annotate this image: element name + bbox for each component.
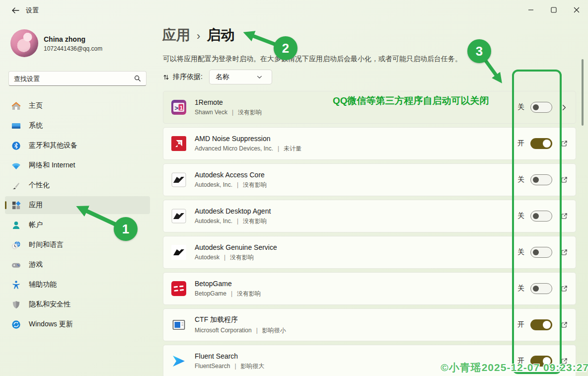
- sidebar-item-label: 游戏: [29, 260, 43, 269]
- startup-toggle[interactable]: [530, 102, 552, 113]
- app-name: CTF 加载程序: [195, 315, 517, 324]
- privacy-icon: [11, 300, 21, 309]
- search-box: [8, 71, 147, 86]
- external-link-icon[interactable]: [560, 140, 568, 147]
- breadcrumb: 应用 › 启动: [162, 26, 234, 45]
- sidebar-item-label: 帐户: [29, 221, 43, 229]
- sidebar-item-label: 应用: [29, 201, 43, 210]
- app-autodesk-icon: [171, 172, 186, 187]
- external-link-icon[interactable]: [560, 176, 568, 183]
- sidebar-item-bluetooth-devices[interactable]: 蓝牙和其他设备: [5, 137, 150, 154]
- bluetooth-icon: [11, 141, 21, 150]
- external-link-icon[interactable]: [560, 285, 568, 292]
- toggle-knob: [533, 213, 539, 219]
- sort-arrows-icon: [163, 74, 169, 80]
- external-link-icon[interactable]: [560, 321, 568, 328]
- breadcrumb-parent[interactable]: 应用: [162, 26, 190, 45]
- sidebar-item-personalization[interactable]: 个性化: [5, 176, 150, 194]
- app-autodesk-plain-icon: [171, 245, 186, 260]
- network-icon: [11, 160, 21, 170]
- close-button[interactable]: [565, 0, 588, 20]
- separator: |: [237, 181, 238, 188]
- startup-app-row-autodesk-access-core[interactable]: Autodesk Access Core Autodesk, Inc. | 没有…: [163, 163, 576, 196]
- app-name: Autodesk Desktop Agent: [195, 207, 517, 215]
- annotation-note: QQ微信等第三方程序自启动可以关闭: [333, 94, 489, 107]
- minimize-button[interactable]: [519, 0, 542, 20]
- app-name: Fluent Search: [195, 352, 517, 360]
- personalization-icon: [11, 180, 21, 190]
- page-description: 可以将应用配置为登录时启动。在大多数情况下应用启动后会最小化，或者可能只启动后台…: [163, 55, 462, 64]
- back-arrow-icon: [11, 6, 19, 14]
- app-name: Autodesk Genuine Service: [195, 243, 517, 251]
- profile-name: China zhong: [44, 35, 85, 43]
- maximize-button[interactable]: [542, 0, 565, 20]
- separator: |: [278, 145, 279, 152]
- app-publisher: Autodesk: [195, 254, 220, 261]
- app-publisher: BetopGame: [195, 290, 226, 297]
- app-publisher: FluentSearch: [195, 363, 230, 370]
- app-startup-impact: 影响很大: [241, 362, 265, 371]
- startup-toggle[interactable]: [530, 138, 552, 149]
- separator: |: [234, 363, 236, 370]
- sort-label: 排序依据:: [173, 73, 203, 81]
- chevron-right-icon[interactable]: [560, 104, 568, 111]
- window-controls: [519, 0, 588, 20]
- app-publisher: Shawn Veck: [195, 109, 227, 116]
- startup-toggle[interactable]: [530, 319, 552, 330]
- home-icon: [11, 101, 21, 111]
- toggle-state-label: 关: [517, 284, 524, 293]
- startup-toggle[interactable]: [530, 211, 552, 222]
- sidebar-item-windows-update[interactable]: Windows 更新: [5, 315, 150, 333]
- chevron-down-icon: [257, 75, 262, 79]
- app-startup-impact: 没有影响: [243, 217, 267, 226]
- app-1remote-icon: >1: [171, 100, 186, 115]
- startup-app-row-betopgame[interactable]: BetopGame BetopGame | 没有影响 关: [163, 272, 576, 305]
- app-publisher: Autodesk, Inc.: [195, 218, 232, 225]
- sidebar-item-label: 隐私和安全性: [29, 300, 71, 309]
- time-language-icon: [11, 240, 21, 250]
- sidebar-item-system[interactable]: 系统: [5, 117, 150, 135]
- toggle-state-label: 开: [517, 139, 524, 148]
- toggle-knob: [543, 140, 551, 148]
- sidebar-item-gaming[interactable]: 游戏: [5, 256, 150, 274]
- sidebar-item-label: 主页: [29, 101, 43, 110]
- startup-toggle[interactable]: [530, 283, 552, 294]
- gaming-icon: [11, 260, 21, 270]
- app-publisher: Microsoft Corporation: [195, 327, 252, 334]
- sort-row: 排序依据: 名称: [163, 70, 272, 84]
- sort-dropdown[interactable]: 名称: [209, 70, 272, 84]
- windows-update-icon: [11, 319, 21, 329]
- apps-icon: [11, 200, 21, 210]
- sidebar-item-network-internet[interactable]: 网络和 Internet: [5, 156, 150, 174]
- startup-app-row-ctf-loader[interactable]: CTF 加载程序 Microsoft Corporation | 影响很小 开: [163, 308, 576, 341]
- startup-app-row-autodesk-genuine-service[interactable]: Autodesk Genuine Service Autodesk | 没有影响…: [163, 236, 576, 269]
- sidebar-item-label: 网络和 Internet: [29, 161, 75, 170]
- watermark: ©小青瑶2025-12-07 09:23:27: [441, 361, 588, 375]
- external-link-icon[interactable]: [560, 213, 568, 220]
- back-button[interactable]: [7, 4, 24, 17]
- app-amd-icon: [171, 136, 186, 151]
- toggle-knob: [533, 177, 539, 183]
- sidebar-item-accessibility[interactable]: 辅助功能: [5, 276, 150, 294]
- external-link-icon[interactable]: [560, 249, 568, 256]
- startup-app-row-autodesk-desktop-agent[interactable]: Autodesk Desktop Agent Autodesk, Inc. | …: [163, 200, 576, 232]
- titlebar: 设置: [0, 0, 588, 20]
- close-icon: [574, 7, 580, 13]
- sidebar-item-home[interactable]: 主页: [5, 97, 150, 115]
- scrollbar-thumb[interactable]: [582, 59, 584, 126]
- annotation-step-2: 2: [274, 36, 297, 60]
- sidebar-item-apps[interactable]: 应用: [5, 196, 150, 214]
- search-input[interactable]: [14, 75, 134, 82]
- toggle-state-label: 关: [517, 248, 524, 257]
- startup-app-list: >1 1Remote Shawn Veck | 没有影响 关 AMD Noise…: [163, 91, 576, 376]
- startup-toggle[interactable]: [530, 174, 552, 185]
- accessibility-icon: [11, 280, 21, 290]
- window-title: 设置: [26, 6, 39, 15]
- app-startup-impact: 没有影响: [230, 253, 254, 262]
- startup-app-row-amd-noise-suppression[interactable]: AMD Noise Suppression Advanced Micro Dev…: [163, 127, 576, 160]
- app-publisher: Autodesk, Inc.: [195, 181, 232, 188]
- sidebar-item-privacy-security[interactable]: 隐私和安全性: [5, 296, 150, 313]
- startup-toggle[interactable]: [530, 247, 552, 258]
- avatar[interactable]: [10, 29, 38, 57]
- accounts-icon: [11, 220, 21, 230]
